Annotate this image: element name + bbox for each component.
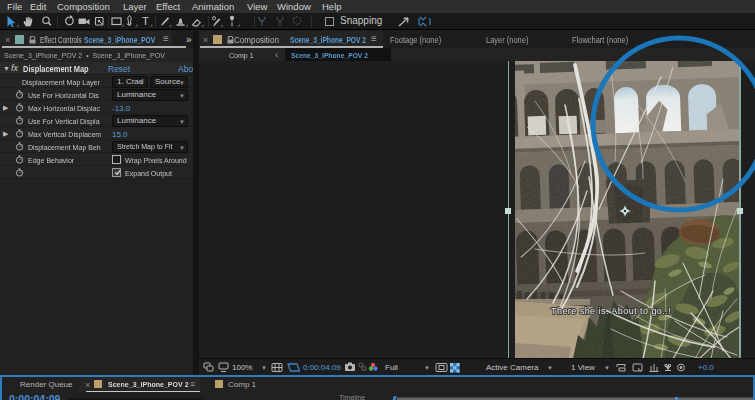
svg-text:▼: ▼ bbox=[604, 365, 610, 371]
svg-text:Active Camera: Active Camera bbox=[486, 363, 539, 372]
svg-text:0:00:04:09: 0:00:04:09 bbox=[303, 363, 341, 372]
svg-text:1 View: 1 View bbox=[571, 363, 595, 372]
svg-text:100%: 100% bbox=[232, 363, 252, 372]
svg-text:Full: Full bbox=[385, 363, 398, 372]
svg-text:T: T bbox=[142, 15, 149, 27]
svg-text:▼: ▼ bbox=[547, 365, 553, 371]
svg-text:There she is. About to go..!: There she is. About to go..! bbox=[551, 306, 671, 316]
svg-text:+0.0: +0.0 bbox=[698, 363, 714, 372]
svg-text:▼: ▼ bbox=[424, 365, 430, 371]
svg-text:▼: ▼ bbox=[261, 365, 267, 371]
